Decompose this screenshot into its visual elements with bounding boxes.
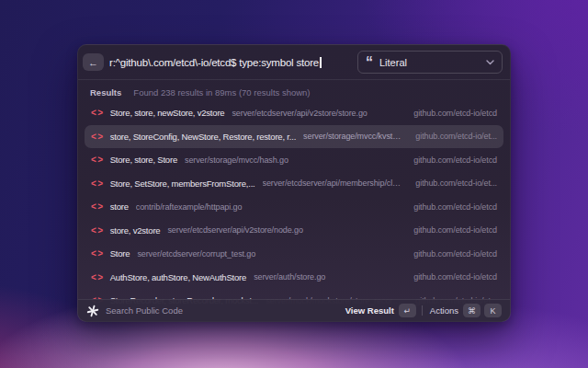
search-bar: ← r:^github\.com/etcd\-io/etcd$ type:sym… bbox=[78, 45, 510, 80]
result-repo: github.com/etcd-io/etcd bbox=[413, 109, 497, 118]
results-summary: Found 238 results in 89ms (70 results sh… bbox=[133, 87, 310, 98]
result-row[interactable]: <> Store, SetStore, membersFromStore,...… bbox=[85, 172, 503, 196]
result-repo: github.com/etcd-io/etcd bbox=[413, 225, 497, 235]
result-repo: github.com/etcd-io/etcd bbox=[413, 249, 497, 259]
quote-icon: “ bbox=[366, 61, 373, 68]
result-row[interactable]: <> Store, store, newStore, v2store serve… bbox=[85, 101, 503, 125]
action-bar: Search Public Code View Result ↵ Actions… bbox=[78, 299, 510, 321]
result-file-path: server/etcdserver/corrupt_test.go bbox=[137, 249, 402, 259]
result-title: store bbox=[110, 201, 129, 212]
view-result-button[interactable]: View Result bbox=[345, 305, 394, 316]
result-title: Store, store, newStore, v2store bbox=[110, 108, 225, 118]
search-query-text: r:^github\.com/etcd\-io/etcd$ type:symbo… bbox=[109, 57, 319, 68]
actions-button[interactable]: Actions bbox=[430, 305, 458, 316]
result-file-path: contrib/raftexample/httpapi.go bbox=[136, 202, 402, 212]
cmd-key-badge: ⌘ bbox=[463, 304, 481, 317]
result-list: <> Store, store, newStore, v2store serve… bbox=[85, 101, 503, 313]
result-file-path: server/storage/mvcc/kvstore.go bbox=[303, 132, 404, 141]
result-title: store, v2store bbox=[110, 225, 161, 236]
symbol-code-icon: <> bbox=[91, 248, 105, 259]
result-row-selected[interactable]: <> store, StoreConfig, NewStore, Restore… bbox=[85, 125, 503, 149]
result-file-path: server/etcdserver/api/v2store/store.go bbox=[232, 109, 402, 118]
result-file-path: server/etcdserver/api/membership/cluste.… bbox=[263, 178, 405, 188]
back-button[interactable]: ← bbox=[83, 53, 104, 71]
result-file-path: server/etcdserver/api/v2store/node.go bbox=[167, 225, 402, 235]
result-row[interactable]: <> AuthStore, authStore, NewAuthStore se… bbox=[85, 266, 503, 290]
result-title: Store bbox=[110, 248, 130, 259]
symbol-code-icon: <> bbox=[91, 155, 105, 165]
search-input[interactable]: r:^github\.com/etcd\-io/etcd$ type:symbo… bbox=[109, 57, 352, 68]
sourcegraph-icon bbox=[86, 305, 99, 317]
result-repo: github.com/etcd-io/etcd bbox=[413, 202, 497, 212]
result-file-path: server/auth/store.go bbox=[254, 272, 402, 282]
chevron-down-icon bbox=[486, 60, 494, 65]
return-key-badge: ↵ bbox=[399, 304, 416, 317]
result-file-path: server/storage/mvcc/hash.go bbox=[185, 155, 402, 165]
k-key-badge: K bbox=[484, 304, 502, 317]
footer-divider bbox=[422, 305, 423, 316]
results-section-label: Results bbox=[90, 87, 121, 98]
result-row[interactable]: <> store, v2store server/etcdserver/api/… bbox=[85, 219, 503, 243]
arrow-left-icon: ← bbox=[88, 57, 98, 68]
pattern-type-dropdown[interactable]: “ Literal bbox=[357, 51, 503, 74]
symbol-code-icon: <> bbox=[91, 272, 105, 282]
result-row[interactable]: <> Store, store, Store server/storage/mv… bbox=[85, 148, 503, 172]
result-title: Store, store, Store bbox=[110, 155, 177, 165]
pattern-type-label: Literal bbox=[379, 57, 480, 68]
result-title: Store, SetStore, membersFromStore,... bbox=[110, 178, 255, 189]
symbol-code-icon: <> bbox=[91, 178, 105, 189]
results-area: <> Store, store, newStore, v2store serve… bbox=[78, 101, 510, 321]
result-repo: github.com/etcd-io/etcd bbox=[413, 155, 497, 165]
result-title: AuthStore, authStore, NewAuthStore bbox=[110, 272, 246, 282]
symbol-code-icon: <> bbox=[91, 108, 105, 118]
symbol-code-icon: <> bbox=[91, 132, 105, 142]
result-row[interactable]: <> Store server/etcdserver/corrupt_test.… bbox=[85, 242, 503, 266]
search-palette-window: ← r:^github\.com/etcd\-io/etcd$ type:sym… bbox=[77, 44, 511, 322]
symbol-code-icon: <> bbox=[91, 225, 105, 236]
extension-name: Search Public Code bbox=[106, 305, 345, 316]
result-repo: github.com/etcd-io/etcd bbox=[413, 272, 497, 282]
symbol-code-icon: <> bbox=[91, 201, 105, 212]
result-repo: github.com/etcd-io/et... bbox=[415, 178, 497, 188]
result-repo: github.com/etcd-io/et... bbox=[415, 132, 497, 141]
result-title: store, StoreConfig, NewStore, Restore, r… bbox=[110, 132, 296, 142]
text-caret bbox=[320, 57, 322, 68]
result-row[interactable]: <> store contrib/raftexample/httpapi.go … bbox=[85, 195, 503, 219]
results-header: Results Found 238 results in 89ms (70 re… bbox=[78, 80, 510, 101]
